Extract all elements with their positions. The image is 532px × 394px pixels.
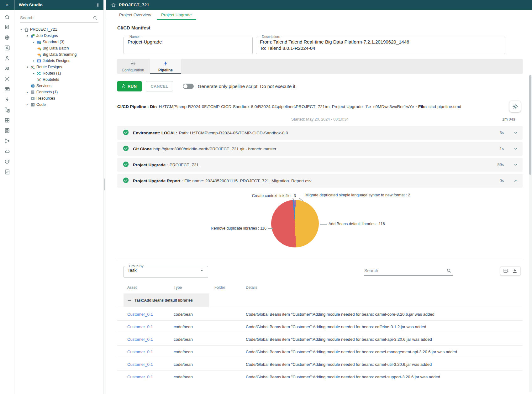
sidebar-search-input[interactable]: [20, 14, 98, 22]
services-globe-icon: [30, 84, 35, 88]
run-button[interactable]: RUN: [117, 81, 142, 91]
cloud-icon[interactable]: [0, 146, 14, 156]
chevron-down-icon[interactable]: [513, 162, 518, 167]
dropdown-caret-icon[interactable]: [199, 267, 205, 273]
chevron-down-icon[interactable]: [513, 130, 518, 135]
tab-project-upgrade[interactable]: Project Upgrade: [157, 10, 196, 20]
step-git-clone[interactable]: Git Clonehttp://gitea:3080/middle-earth/…: [117, 142, 523, 156]
vertical-scrollbar: [529, 75, 532, 392]
cell-type: code/bean: [174, 308, 214, 321]
generate-script-toggle[interactable]: [183, 84, 194, 89]
name-field-value[interactable]: Project-Upgrade: [128, 39, 249, 45]
subtab-pipeline[interactable]: Pipeline: [150, 59, 181, 74]
branches-icon[interactable]: [0, 136, 14, 146]
folder-icon: [36, 40, 42, 44]
left-rail: »: [0, 0, 14, 394]
sidebar-search: [20, 14, 98, 23]
user-icon[interactable]: [0, 53, 14, 63]
tree-item-job-designs[interactable]: ▾ Job Designs: [14, 33, 103, 39]
page-title: PROJECT_721: [119, 3, 149, 7]
profile-badge-icon[interactable]: [0, 43, 14, 53]
success-check-icon: [123, 177, 129, 185]
caret-collapsed-icon[interactable]: ▸: [25, 103, 30, 106]
splitter-drag-handle[interactable]: [104, 179, 105, 190]
panel-toggle-icon[interactable]: [95, 3, 100, 8]
name-field[interactable]: Name: Project-Upgrade: [124, 35, 253, 54]
subtab-configuration[interactable]: Configuration: [117, 59, 149, 74]
tree-item-route-designs[interactable]: ▾ Route Designs: [14, 64, 103, 70]
report-search: [364, 266, 453, 276]
tree-item-contexts[interactable]: ▸ Contexts (1): [14, 89, 103, 95]
step-upgrade-report[interactable]: Project Upgrade Report: File name: 20240…: [117, 174, 523, 188]
cell-type: code/bean: [174, 371, 214, 383]
group-header[interactable]: Task:Add Beans default libraries: [124, 293, 209, 307]
tree-item-standard[interactable]: ▸ Standard (3): [14, 39, 103, 45]
tree-item-routes[interactable]: ▸ Routes (1): [14, 70, 103, 76]
caret-collapsed-icon[interactable]: ▸: [31, 40, 36, 44]
pie-callout-line: [320, 224, 327, 225]
bolt-icon[interactable]: [0, 94, 14, 105]
success-check-icon: [123, 129, 129, 137]
data-inventory-icon[interactable]: [0, 125, 14, 136]
step-title: Project Upgrade Report: [133, 179, 181, 183]
table-header-row: Asset Type Folder Details: [117, 282, 523, 293]
chevron-down-icon[interactable]: [513, 146, 518, 151]
dashboard-grid-icon[interactable]: [0, 115, 14, 125]
asset-link[interactable]: Customer_0.1: [127, 350, 153, 354]
audit-checklist-icon[interactable]: [0, 167, 14, 177]
api-globe-icon[interactable]: [0, 32, 14, 43]
tree-item-services[interactable]: Services: [14, 83, 103, 89]
home-icon[interactable]: [0, 12, 14, 22]
asset-link[interactable]: Customer_0.1: [127, 324, 153, 329]
caret-collapsed-icon[interactable]: ▸: [31, 59, 36, 62]
project-home-icon: [111, 3, 116, 8]
tools-icon[interactable]: [0, 74, 14, 84]
step-duration: 1s: [500, 147, 504, 151]
expand-rail-button[interactable]: »: [0, 0, 14, 10]
export-button-group: [500, 266, 521, 276]
download-icon[interactable]: [512, 268, 518, 274]
run-timing: Started: May 20, 2024 - 08:10:34 1m 04s: [117, 117, 523, 122]
tree-item-resources[interactable]: Resources: [14, 95, 103, 101]
tree-item-project[interactable]: ▾ PROJECT_721: [14, 26, 103, 33]
caret-expanded-icon[interactable]: ▾: [19, 28, 24, 31]
users-icon[interactable]: [0, 63, 14, 74]
export-table-icon[interactable]: [503, 268, 509, 274]
tree-item-big-data-batch[interactable]: Big Data Batch: [14, 45, 103, 51]
cell-folder: [214, 321, 246, 333]
step-duration: 59s: [498, 163, 504, 167]
report-search-input[interactable]: [364, 266, 453, 275]
plans-tree-icon[interactable]: [0, 105, 14, 115]
asset-link[interactable]: Customer_0.1: [127, 312, 153, 317]
report-controls: Group By Task: [124, 264, 523, 278]
history-alert-icon[interactable]: [0, 156, 14, 167]
description-field[interactable]: Description: From: Talend Talend Real-ti…: [256, 35, 505, 54]
caret-collapsed-icon[interactable]: ▸: [31, 72, 36, 75]
step-environment[interactable]: Environment: LOCAL:Path: H:\TCMP\tcmp-R2…: [117, 126, 523, 140]
scrollbar-thumb[interactable]: [529, 75, 531, 175]
pie-label-create-context: Create context link file : 3: [252, 194, 296, 198]
cancel-button[interactable]: CANCEL: [146, 81, 173, 91]
asset-link[interactable]: Customer_0.1: [127, 375, 153, 379]
tree-item-big-data-streaming[interactable]: Big Data Streaming: [14, 51, 103, 58]
description-line-1[interactable]: From: Talend Talend Real-time Big Data P…: [260, 39, 501, 45]
tab-project-overview[interactable]: Project Overview: [115, 10, 155, 20]
asset-link[interactable]: Customer_0.1: [127, 362, 153, 367]
pipeline-settings-button[interactable]: [509, 101, 521, 112]
tree-item-routelets[interactable]: Routelets: [14, 76, 103, 83]
tree-item-code[interactable]: ▸ Code: [14, 101, 103, 108]
chevron-up-icon[interactable]: [513, 178, 518, 183]
caret-collapsed-icon[interactable]: ▸: [25, 91, 30, 94]
tree-item-joblets[interactable]: ▸ Joblets Designs: [14, 58, 103, 64]
license-card-icon[interactable]: [0, 84, 14, 94]
job-scripts-icon[interactable]: [0, 22, 14, 32]
caret-expanded-icon[interactable]: ▾: [25, 34, 30, 37]
group-by-select[interactable]: Group By Task: [124, 264, 208, 278]
step-project-upgrade[interactable]: Project Upgrade: PROJECT_721 59s: [117, 158, 523, 172]
app-root: » Web Studio: [0, 0, 532, 394]
asset-link[interactable]: Customer_0.1: [127, 337, 153, 342]
collapse-group-icon[interactable]: [127, 298, 131, 303]
description-line-2[interactable]: To: Talend 8.0.1-R2024-04: [260, 45, 501, 51]
caret-expanded-icon[interactable]: ▾: [25, 65, 30, 69]
generate-script-toggle-label: Generate only pipeline script. Do not ex…: [198, 84, 297, 89]
